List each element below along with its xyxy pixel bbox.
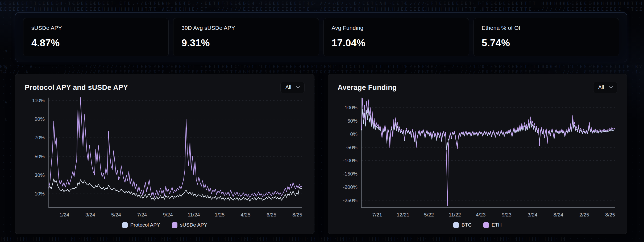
- x-tick-label: 6/25: [267, 212, 276, 218]
- y-tick-label: -150%: [343, 171, 358, 177]
- x-tick-label: 1/24: [59, 212, 69, 218]
- series-line-eth: [362, 98, 615, 206]
- panel-header: Protocol APY and sUSDe APY All: [25, 81, 305, 94]
- stat-label: Ethena % of OI: [482, 25, 611, 31]
- legend-swatch: [483, 222, 489, 228]
- stat-value: 5.74%: [482, 37, 611, 49]
- x-tick-label: 5/24: [111, 212, 121, 218]
- y-tick-label: 50%: [347, 118, 358, 124]
- x-tick-label: 9/23: [502, 212, 512, 218]
- x-tick-label: 4/23: [476, 212, 486, 218]
- stat-card-30d-avg-susde-apy: 30D Avg sUSDe APY 9.31%: [173, 18, 319, 56]
- stat-label: sUSDe APY: [31, 25, 160, 31]
- range-selector-value: All: [285, 84, 291, 90]
- charts-row: Protocol APY and sUSDe APY All 10%30%50%…: [15, 74, 627, 234]
- series-line-protocol-apy: [49, 179, 302, 201]
- x-tick-label: 8/24: [554, 212, 563, 218]
- stat-card-ethena-pct-of-oi: Ethena % of OI 5.74%: [473, 18, 619, 56]
- x-tick-label: 3/24: [527, 212, 537, 218]
- chart-panel-average-funding: Average Funding All 100%50%0%-50%-100%-1…: [328, 74, 627, 234]
- chart-legend: Protocol APY sUSDe APY: [25, 221, 305, 229]
- y-tick-label: -250%: [343, 198, 358, 203]
- chart-title: Average Funding: [338, 84, 397, 92]
- background-glyph-row: EN .// A... ......../////////E//TEEEEEEE…: [0, 64, 644, 69]
- legend-label: Protocol APY: [130, 222, 160, 228]
- chart-title: Protocol APY and sUSDe APY: [25, 84, 128, 92]
- chart-canvas[interactable]: 10%30%50%70%90%110%1/243/245/247/249/241…: [25, 95, 305, 219]
- x-tick-label: 1/25: [215, 212, 225, 218]
- chevron-down-icon: [296, 86, 300, 89]
- x-tick-label: 2/25: [579, 212, 589, 218]
- chart-panel-protocol-apy: Protocol APY and sUSDe APY All 10%30%50%…: [15, 74, 314, 234]
- legend-item-protocol-apy[interactable]: Protocol APY: [122, 222, 160, 228]
- stat-value: 4.87%: [31, 37, 160, 49]
- y-tick-label: 0%: [350, 131, 358, 137]
- x-tick-label: 11/24: [188, 212, 200, 218]
- background-glyph-row: EEEEEETTTEEEEEH TEEEEEEEEET ETE.//ETTENH…: [0, 1, 644, 6]
- x-tick-label: 9/24: [163, 212, 173, 218]
- chart-legend: BTC ETH: [338, 221, 617, 229]
- range-selector-dropdown[interactable]: All: [593, 82, 617, 93]
- y-tick-label: -100%: [343, 158, 358, 163]
- legend-item-eth[interactable]: ETH: [483, 222, 502, 228]
- stat-value: 9.31%: [181, 37, 310, 49]
- y-tick-label: 90%: [35, 116, 45, 122]
- chart-canvas[interactable]: 100%50%0%-50%-100%-150%-200%-250%7/2112/…: [338, 95, 617, 219]
- legend-item-btc[interactable]: BTC: [453, 222, 472, 228]
- chevron-down-icon: [609, 86, 613, 89]
- stats-bar: sUSDe APY 4.87% 30D Avg sUSDe APY 9.31% …: [15, 12, 627, 62]
- legend-label: ETH: [492, 222, 502, 228]
- panel-header: Average Funding All: [338, 81, 617, 94]
- y-tick-label: -50%: [346, 145, 358, 150]
- y-tick-label: 70%: [35, 135, 45, 140]
- stat-card-avg-funding: Avg Funding 17.04%: [323, 18, 469, 56]
- x-tick-label: 8/25: [605, 212, 615, 218]
- y-tick-label: 100%: [344, 105, 358, 110]
- y-tick-label: 10%: [35, 191, 45, 197]
- x-tick-label: 12/21: [397, 212, 409, 218]
- background-glyph-column: N H T A E: [5, 43, 7, 128]
- stat-label: 30D Avg sUSDe APY: [181, 25, 310, 31]
- x-tick-label: 3/24: [85, 212, 95, 218]
- background-glyph-row: ||||||||||||||||||||| |||||||||||| |||||…: [0, 236, 644, 241]
- x-tick-label: 7/21: [372, 212, 382, 218]
- y-tick-label: 110%: [32, 98, 45, 103]
- legend-swatch: [122, 222, 128, 228]
- background-glyph-row: EEEEEETTHHHHHHHHHHEEEEEEHHHHHHHHHHTTT AE…: [0, 7, 644, 12]
- stat-label: Avg Funding: [332, 25, 461, 31]
- series-line-btc: [362, 108, 615, 150]
- range-selector-value: All: [598, 84, 604, 90]
- x-tick-label: 4/25: [241, 212, 251, 218]
- x-tick-label: 7/24: [137, 212, 147, 218]
- y-tick-label: 50%: [35, 154, 45, 159]
- legend-swatch: [172, 222, 177, 228]
- line-chart-svg: 10%30%50%70%90%110%1/243/245/247/249/241…: [25, 95, 305, 220]
- legend-item-susde-apy[interactable]: sUSDe APY: [172, 222, 207, 228]
- range-selector-dropdown[interactable]: All: [280, 82, 305, 93]
- x-tick-label: 11/22: [449, 212, 461, 218]
- y-tick-label: -200%: [343, 184, 358, 190]
- y-tick-label: 30%: [35, 172, 45, 178]
- legend-label: BTC: [462, 222, 472, 228]
- stat-card-susde-apy: sUSDe APY 4.87%: [23, 18, 169, 56]
- line-chart-svg: 100%50%0%-50%-100%-150%-200%-250%7/2112/…: [338, 95, 617, 220]
- x-tick-label: 8/25: [292, 212, 302, 218]
- stat-value: 17.04%: [332, 37, 461, 49]
- x-tick-label: 5/22: [424, 212, 434, 218]
- legend-swatch: [453, 222, 459, 228]
- series-line-susde-apy: [49, 98, 302, 197]
- legend-label: sUSDe APY: [180, 222, 207, 228]
